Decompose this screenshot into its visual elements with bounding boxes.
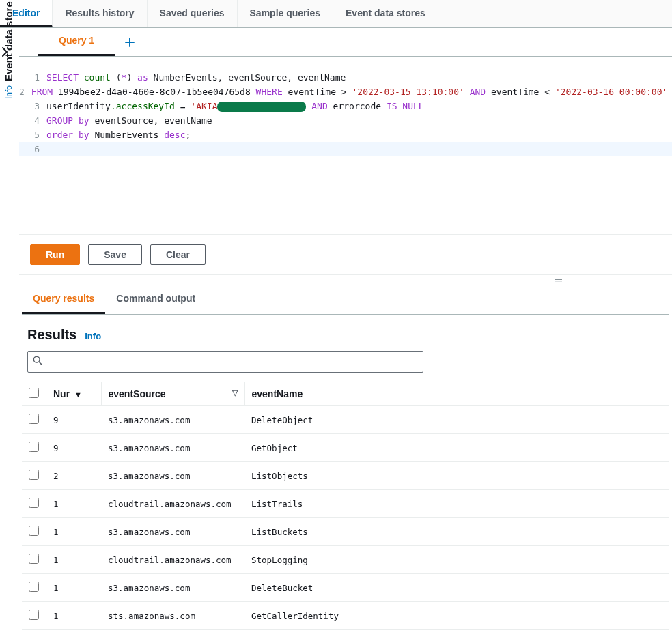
line-number: 3 xyxy=(19,99,46,113)
row-checkbox[interactable] xyxy=(29,498,39,508)
results-info-link[interactable]: Info xyxy=(85,331,101,341)
line-number: 2 xyxy=(19,85,31,99)
column-header-eventsource[interactable]: eventSource ▽ xyxy=(101,382,244,406)
cell-eventname: GetCallerIdentity xyxy=(244,602,669,630)
column-label-nur: Nur xyxy=(53,388,70,399)
table-row: 2s3.amazonaws.comListObjects xyxy=(22,462,669,490)
code-line: 2FROM 1994bee2-d4a0-460e-8c07-1b5ee04765… xyxy=(19,85,672,99)
side-label-text: Event data store xyxy=(3,1,14,81)
cell-eventname: StopLogging xyxy=(244,546,669,574)
results-heading: Results xyxy=(27,327,76,343)
filter-icon[interactable]: ▽ xyxy=(232,388,238,397)
add-query-tab-button[interactable] xyxy=(115,28,144,56)
select-all-checkbox[interactable] xyxy=(29,388,39,398)
row-checkbox[interactable] xyxy=(29,442,39,452)
tab-command-output[interactable]: Command output xyxy=(105,285,206,314)
results-search xyxy=(27,351,423,373)
redacted-secret xyxy=(217,102,306,112)
query-tab-bar: Query 1 xyxy=(19,28,672,57)
row-checkbox[interactable] xyxy=(29,610,39,620)
table-row: 1s3.amazonaws.comListBuckets xyxy=(22,518,669,546)
cell-number: 1 xyxy=(46,602,101,630)
line-number: 5 xyxy=(19,128,46,142)
cell-number: 1 xyxy=(46,518,101,546)
table-row: 1cloudtrail.amazonaws.comListTrails xyxy=(22,490,669,518)
row-checkbox[interactable] xyxy=(29,582,39,592)
cell-eventname: GetObject xyxy=(244,434,669,462)
plus-icon xyxy=(124,37,135,48)
line-number: 4 xyxy=(19,113,46,128)
svg-line-1 xyxy=(39,362,42,365)
table-row: 1cloudtrail.amazonaws.comStopLogging xyxy=(22,546,669,574)
cell-eventname: DeleteBucket xyxy=(244,574,669,602)
cell-eventsource: s3.amazonaws.com xyxy=(101,406,244,434)
save-button[interactable]: Save xyxy=(88,244,142,265)
line-number: 1 xyxy=(19,70,46,85)
cell-eventsource: cloudtrail.amazonaws.com xyxy=(101,546,244,574)
column-label-eventsource: eventSource xyxy=(109,388,166,399)
top-tab-bar: Editor Results history Saved queries Sam… xyxy=(0,0,672,28)
line-number: 6 xyxy=(19,142,46,156)
code-line: 6 xyxy=(19,142,672,156)
cell-eventsource: s3.amazonaws.com xyxy=(101,518,244,546)
clear-button[interactable]: Clear xyxy=(150,244,206,265)
row-checkbox[interactable] xyxy=(29,526,39,536)
cell-eventname: ListObjects xyxy=(244,462,669,490)
tab-event-data-stores[interactable]: Event data stores xyxy=(333,0,438,27)
row-checkbox[interactable] xyxy=(29,554,39,564)
tab-query-results[interactable]: Query results xyxy=(22,285,105,314)
cell-eventname: ListBuckets xyxy=(244,518,669,546)
column-header-nur[interactable]: Nur ▼ xyxy=(46,382,101,406)
code-line: 1SELECT count (*) as NumberEvents, event… xyxy=(19,70,672,85)
panel-resize-handle[interactable]: ═ xyxy=(19,275,672,285)
svg-point-0 xyxy=(33,356,40,362)
tab-results-history[interactable]: Results history xyxy=(53,0,147,27)
run-button[interactable]: Run xyxy=(30,244,80,265)
cell-eventsource: s3.amazonaws.com xyxy=(101,434,244,462)
code-line: 4GROUP by eventSource, eventName xyxy=(19,113,672,128)
side-panel-label: Info Event data store xyxy=(3,1,14,99)
code-line: 5order by NumberEvents desc; xyxy=(19,128,672,142)
sql-editor[interactable]: 1SELECT count (*) as NumberEvents, event… xyxy=(19,57,672,234)
cell-eventsource: sts.amazonaws.com xyxy=(101,602,244,630)
cell-number: 1 xyxy=(46,490,101,518)
cell-eventsource: cloudtrail.amazonaws.com xyxy=(101,490,244,518)
result-tab-bar: Query results Command output xyxy=(22,285,669,315)
tab-saved-queries[interactable]: Saved queries xyxy=(148,0,238,27)
table-row: 9s3.amazonaws.comGetObject xyxy=(22,434,669,462)
cell-eventname: ListTrails xyxy=(244,490,669,518)
row-checkbox[interactable] xyxy=(29,414,39,424)
code-line: 3userIdentity.accessKeyId = 'AKIA AND er… xyxy=(19,99,672,113)
search-icon xyxy=(33,356,42,367)
table-row: 1s3.amazonaws.comDeleteBucket xyxy=(22,574,669,602)
cell-number: 9 xyxy=(46,406,101,434)
cell-number: 2 xyxy=(46,462,101,490)
cell-eventsource: s3.amazonaws.com xyxy=(101,574,244,602)
cell-number: 1 xyxy=(46,546,101,574)
side-info-link[interactable]: Info xyxy=(4,85,14,99)
query-tab-1[interactable]: Query 1 xyxy=(38,28,115,56)
sort-desc-icon: ▼ xyxy=(72,390,82,399)
cell-number: 9 xyxy=(46,434,101,462)
column-header-eventname[interactable]: eventName xyxy=(244,382,669,406)
column-label-eventname: eventName xyxy=(252,388,303,399)
cell-eventsource: s3.amazonaws.com xyxy=(101,462,244,490)
row-checkbox[interactable] xyxy=(29,470,39,480)
table-row: 9s3.amazonaws.comDeleteObject xyxy=(22,406,669,434)
tab-sample-queries[interactable]: Sample queries xyxy=(238,0,334,27)
cell-number: 1 xyxy=(46,574,101,602)
results-table: Nur ▼ eventSource ▽ eventName 9s3.amazon… xyxy=(22,382,669,630)
results-search-input[interactable] xyxy=(27,351,423,373)
cell-eventname: DeleteObject xyxy=(244,406,669,434)
editor-actions: Run Save Clear xyxy=(19,234,672,274)
table-row: 1sts.amazonaws.comGetCallerIdentity xyxy=(22,602,669,630)
